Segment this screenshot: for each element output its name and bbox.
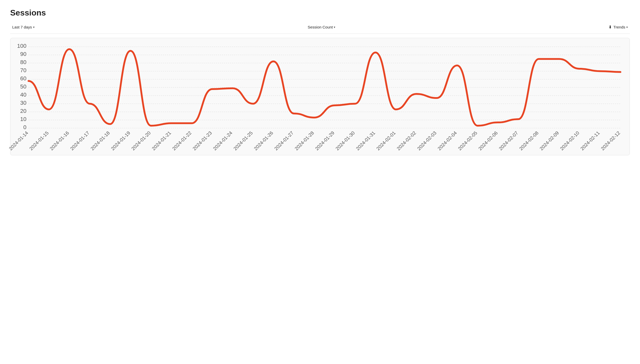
svg-text:2024-01-22: 2024-01-22 xyxy=(171,130,193,151)
trends-button[interactable]: ⬇ Trends ▾ xyxy=(606,24,630,31)
date-range-chevron-icon: ▾ xyxy=(33,25,35,29)
svg-text:2024-01-25: 2024-01-25 xyxy=(233,130,254,151)
date-range-label: Last 7 days xyxy=(12,25,32,29)
svg-text:2024-01-30: 2024-01-30 xyxy=(334,130,356,151)
svg-text:2024-01-27: 2024-01-27 xyxy=(273,130,295,151)
trends-label: Trends xyxy=(613,25,625,29)
toolbar: Last 7 days ▾ Session Count ▾ ⬇ Trends ▾ xyxy=(10,24,630,34)
svg-text:2024-01-18: 2024-01-18 xyxy=(89,130,111,151)
svg-text:2024-01-20: 2024-01-20 xyxy=(130,130,152,151)
trends-chevron-icon: ▾ xyxy=(626,25,628,29)
page-title: Sessions xyxy=(10,8,630,18)
chart-area: 01020304050607080901002024-01-142024-01-… xyxy=(14,44,626,151)
svg-text:2024-01-24: 2024-01-24 xyxy=(212,130,233,151)
metric-button[interactable]: Session Count ▾ xyxy=(306,24,338,30)
svg-text:2024-02-12: 2024-02-12 xyxy=(600,130,621,151)
svg-text:2024-02-06: 2024-02-06 xyxy=(477,130,499,151)
svg-text:30: 30 xyxy=(20,100,27,106)
date-range-button[interactable]: Last 7 days ▾ xyxy=(10,24,37,30)
svg-text:2024-02-01: 2024-02-01 xyxy=(375,130,397,151)
line-chart: 01020304050607080901002024-01-142024-01-… xyxy=(14,44,626,151)
svg-text:2024-02-03: 2024-02-03 xyxy=(416,130,437,151)
metric-chevron-icon: ▾ xyxy=(334,25,335,29)
svg-text:2024-02-08: 2024-02-08 xyxy=(518,130,540,151)
svg-text:2024-01-15: 2024-01-15 xyxy=(28,130,50,151)
svg-text:50: 50 xyxy=(20,83,27,90)
svg-text:20: 20 xyxy=(20,108,27,114)
svg-text:2024-01-16: 2024-01-16 xyxy=(49,130,70,151)
svg-text:2024-01-26: 2024-01-26 xyxy=(253,130,274,151)
svg-text:2024-02-04: 2024-02-04 xyxy=(437,130,458,151)
svg-text:0: 0 xyxy=(23,124,26,130)
svg-text:10: 10 xyxy=(20,116,27,122)
svg-text:2024-01-28: 2024-01-28 xyxy=(294,130,315,151)
svg-text:2024-02-02: 2024-02-02 xyxy=(396,130,417,151)
svg-text:70: 70 xyxy=(20,67,27,73)
svg-text:2024-01-21: 2024-01-21 xyxy=(151,130,172,151)
chart-container: 01020304050607080901002024-01-142024-01-… xyxy=(10,38,630,155)
svg-text:2024-02-11: 2024-02-11 xyxy=(580,130,601,151)
svg-text:2024-01-29: 2024-01-29 xyxy=(314,130,336,151)
svg-text:2024-01-17: 2024-01-17 xyxy=(69,130,90,151)
svg-text:40: 40 xyxy=(20,92,27,98)
svg-text:90: 90 xyxy=(20,51,27,57)
svg-text:2024-02-07: 2024-02-07 xyxy=(498,130,519,151)
svg-text:2024-02-09: 2024-02-09 xyxy=(539,130,560,151)
svg-text:2024-02-05: 2024-02-05 xyxy=(457,130,478,151)
svg-text:100: 100 xyxy=(17,43,26,49)
svg-text:2024-01-31: 2024-01-31 xyxy=(355,130,376,151)
svg-text:2024-01-23: 2024-01-23 xyxy=(192,130,213,151)
metric-label: Session Count xyxy=(308,25,333,29)
svg-text:80: 80 xyxy=(20,59,27,65)
download-icon: ⬇ xyxy=(608,25,612,29)
svg-text:2024-01-14: 2024-01-14 xyxy=(8,130,29,151)
svg-text:2024-01-19: 2024-01-19 xyxy=(110,130,131,151)
svg-text:60: 60 xyxy=(20,75,27,82)
svg-text:2024-02-10: 2024-02-10 xyxy=(559,130,581,151)
